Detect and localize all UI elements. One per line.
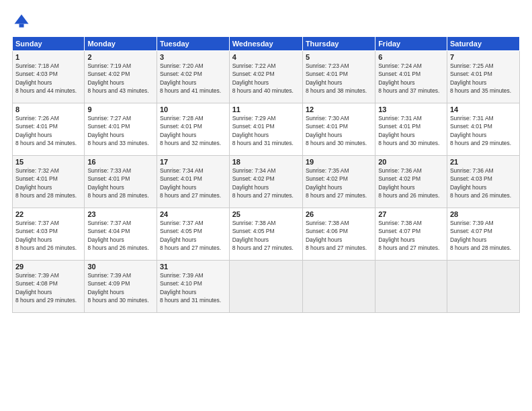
calendar-cell [229, 261, 302, 313]
calendar-table: SundayMondayTuesdayWednesdayThursdayFrid… [12, 36, 520, 313]
day-number: 25 [232, 210, 300, 218]
calendar-cell: 19Sunrise: 7:35 AMSunset: 4:02 PMDayligh… [302, 156, 375, 208]
day-info: Sunrise: 7:25 AMSunset: 4:01 PMDaylight … [450, 62, 511, 94]
calendar-cell: 14Sunrise: 7:31 AMSunset: 4:01 PMDayligh… [447, 103, 519, 156]
day-info: Sunrise: 7:38 AMSunset: 4:05 PMDaylight … [232, 220, 294, 251]
day-number: 26 [306, 210, 372, 218]
header [12, 12, 520, 31]
calendar-cell: 4Sunrise: 7:22 AMSunset: 4:02 PMDaylight… [229, 51, 302, 103]
day-number: 29 [15, 263, 81, 271]
day-number: 8 [15, 105, 81, 113]
day-number: 6 [378, 53, 444, 61]
weekday-header-sunday: Sunday [13, 37, 85, 51]
calendar-cell: 15Sunrise: 7:32 AMSunset: 4:01 PMDayligh… [13, 156, 85, 208]
calendar-cell [447, 261, 519, 313]
day-info: Sunrise: 7:29 AMSunset: 4:01 PMDaylight … [232, 115, 294, 146]
calendar-cell: 21Sunrise: 7:36 AMSunset: 4:03 PMDayligh… [447, 156, 519, 208]
day-info: Sunrise: 7:32 AMSunset: 4:01 PMDaylight … [15, 167, 77, 199]
logo-icon [12, 12, 31, 31]
day-info: Sunrise: 7:20 AMSunset: 4:02 PMDaylight … [160, 62, 221, 94]
day-info: Sunrise: 7:37 AMSunset: 4:04 PMDaylight … [87, 220, 148, 251]
day-info: Sunrise: 7:33 AMSunset: 4:01 PMDaylight … [87, 167, 148, 199]
calendar-cell: 20Sunrise: 7:36 AMSunset: 4:02 PMDayligh… [375, 156, 447, 208]
day-info: Sunrise: 7:26 AMSunset: 4:01 PMDaylight … [15, 115, 77, 146]
calendar-cell: 17Sunrise: 7:34 AMSunset: 4:01 PMDayligh… [157, 156, 229, 208]
day-number: 9 [87, 105, 154, 113]
day-info: Sunrise: 7:37 AMSunset: 4:03 PMDaylight … [15, 220, 77, 251]
day-info: Sunrise: 7:39 AMSunset: 4:07 PMDaylight … [450, 220, 511, 251]
day-info: Sunrise: 7:34 AMSunset: 4:01 PMDaylight … [160, 167, 221, 199]
calendar-cell: 28Sunrise: 7:39 AMSunset: 4:07 PMDayligh… [447, 208, 519, 261]
calendar-cell [302, 261, 375, 313]
day-number: 31 [160, 263, 226, 271]
day-number: 5 [306, 53, 372, 61]
calendar-cell: 12Sunrise: 7:30 AMSunset: 4:01 PMDayligh… [302, 103, 375, 156]
day-number: 1 [15, 53, 81, 61]
day-number: 17 [160, 158, 226, 166]
calendar-cell: 16Sunrise: 7:33 AMSunset: 4:01 PMDayligh… [85, 156, 157, 208]
weekday-header-monday: Monday [85, 37, 157, 51]
svg-rect-1 [19, 24, 24, 28]
calendar-cell: 1Sunrise: 7:18 AMSunset: 4:03 PMDaylight… [13, 51, 85, 103]
day-number: 13 [378, 105, 444, 113]
day-number: 4 [232, 53, 300, 61]
day-number: 27 [378, 210, 444, 218]
calendar-cell: 18Sunrise: 7:34 AMSunset: 4:02 PMDayligh… [229, 156, 302, 208]
weekday-header-saturday: Saturday [447, 37, 519, 51]
calendar-cell: 10Sunrise: 7:28 AMSunset: 4:01 PMDayligh… [157, 103, 229, 156]
day-number: 30 [87, 263, 154, 271]
day-info: Sunrise: 7:28 AMSunset: 4:01 PMDaylight … [160, 115, 221, 146]
day-info: Sunrise: 7:22 AMSunset: 4:02 PMDaylight … [232, 62, 294, 94]
day-info: Sunrise: 7:19 AMSunset: 4:02 PMDaylight … [87, 62, 148, 94]
calendar-cell [375, 261, 447, 313]
day-number: 20 [378, 158, 444, 166]
day-info: Sunrise: 7:39 AMSunset: 4:10 PMDaylight … [160, 272, 221, 304]
day-number: 10 [160, 105, 226, 113]
day-number: 15 [15, 158, 81, 166]
weekday-header-friday: Friday [375, 37, 447, 51]
calendar-cell: 23Sunrise: 7:37 AMSunset: 4:04 PMDayligh… [85, 208, 157, 261]
calendar-cell: 7Sunrise: 7:25 AMSunset: 4:01 PMDaylight… [447, 51, 519, 103]
calendar-cell: 2Sunrise: 7:19 AMSunset: 4:02 PMDaylight… [85, 51, 157, 103]
calendar-cell: 9Sunrise: 7:27 AMSunset: 4:01 PMDaylight… [85, 103, 157, 156]
day-info: Sunrise: 7:30 AMSunset: 4:01 PMDaylight … [306, 115, 367, 146]
day-info: Sunrise: 7:36 AMSunset: 4:03 PMDaylight … [450, 167, 511, 199]
day-info: Sunrise: 7:38 AMSunset: 4:06 PMDaylight … [306, 220, 367, 251]
day-number: 11 [232, 105, 300, 113]
day-number: 19 [306, 158, 372, 166]
svg-marker-0 [15, 15, 29, 24]
day-number: 7 [450, 53, 517, 61]
day-info: Sunrise: 7:27 AMSunset: 4:01 PMDaylight … [87, 115, 148, 146]
day-number: 18 [232, 158, 300, 166]
day-number: 24 [160, 210, 226, 218]
calendar-cell: 31Sunrise: 7:39 AMSunset: 4:10 PMDayligh… [157, 261, 229, 313]
day-number: 2 [87, 53, 154, 61]
day-number: 28 [450, 210, 517, 218]
day-info: Sunrise: 7:34 AMSunset: 4:02 PMDaylight … [232, 167, 294, 199]
calendar-cell: 13Sunrise: 7:31 AMSunset: 4:01 PMDayligh… [375, 103, 447, 156]
calendar-cell: 8Sunrise: 7:26 AMSunset: 4:01 PMDaylight… [13, 103, 85, 156]
day-info: Sunrise: 7:18 AMSunset: 4:03 PMDaylight … [15, 62, 77, 94]
day-info: Sunrise: 7:39 AMSunset: 4:08 PMDaylight … [15, 272, 77, 304]
logo [12, 12, 34, 31]
day-info: Sunrise: 7:35 AMSunset: 4:02 PMDaylight … [306, 167, 367, 199]
day-info: Sunrise: 7:23 AMSunset: 4:01 PMDaylight … [306, 62, 367, 94]
weekday-header-thursday: Thursday [302, 37, 375, 51]
day-number: 23 [87, 210, 154, 218]
calendar-cell: 27Sunrise: 7:38 AMSunset: 4:07 PMDayligh… [375, 208, 447, 261]
calendar-cell: 29Sunrise: 7:39 AMSunset: 4:08 PMDayligh… [13, 261, 85, 313]
calendar-cell: 5Sunrise: 7:23 AMSunset: 4:01 PMDaylight… [302, 51, 375, 103]
day-number: 22 [15, 210, 81, 218]
day-info: Sunrise: 7:39 AMSunset: 4:09 PMDaylight … [87, 272, 148, 304]
day-number: 16 [87, 158, 154, 166]
calendar-cell: 3Sunrise: 7:20 AMSunset: 4:02 PMDaylight… [157, 51, 229, 103]
calendar-cell: 26Sunrise: 7:38 AMSunset: 4:06 PMDayligh… [302, 208, 375, 261]
day-info: Sunrise: 7:37 AMSunset: 4:05 PMDaylight … [160, 220, 221, 251]
day-info: Sunrise: 7:31 AMSunset: 4:01 PMDaylight … [378, 115, 439, 146]
day-info: Sunrise: 7:36 AMSunset: 4:02 PMDaylight … [378, 167, 439, 199]
day-number: 21 [450, 158, 517, 166]
calendar-cell: 30Sunrise: 7:39 AMSunset: 4:09 PMDayligh… [85, 261, 157, 313]
calendar-cell: 22Sunrise: 7:37 AMSunset: 4:03 PMDayligh… [13, 208, 85, 261]
calendar-cell: 25Sunrise: 7:38 AMSunset: 4:05 PMDayligh… [229, 208, 302, 261]
weekday-header-tuesday: Tuesday [157, 37, 229, 51]
